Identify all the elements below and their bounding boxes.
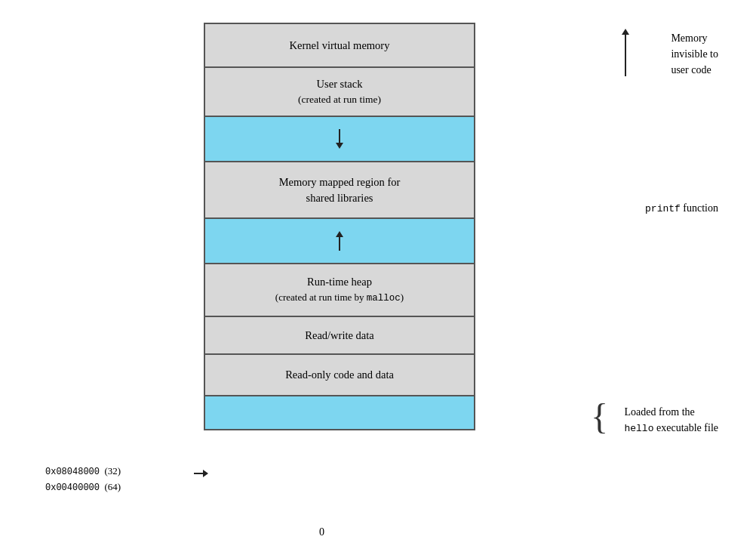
arrow-down-1 (336, 129, 343, 149)
arrow-head-down (336, 143, 343, 149)
annotation-loaded: Loaded from thehello executable file (624, 404, 718, 436)
segment-kernel-label: Kernel virtual memory (290, 38, 390, 53)
addr2-bits: (64) (105, 481, 121, 492)
arrow-head-up-top (622, 29, 629, 35)
arrow-line-2 (339, 237, 340, 251)
segment-heap-label: Run-time heap(created at run time by mal… (275, 274, 404, 306)
arrow-line (339, 129, 340, 143)
annotation-printf: printf function (645, 200, 718, 217)
address-labels: 0x08048000 (32) 0x00400000 (64) (45, 464, 121, 495)
memory-layout: Kernel virtual memory User stack(created… (204, 23, 475, 430)
segment-rwdata: Read/write data (204, 317, 475, 355)
loaded-label: Loaded from thehello executable file (624, 406, 718, 433)
addr-arrow-head (203, 470, 208, 477)
segment-rocode: Read-only code and data (204, 355, 475, 396)
addr1: 0x08048000 (45, 467, 100, 477)
addr-arrow (194, 470, 208, 477)
zero-text: 0 (319, 526, 324, 538)
addr2: 0x00400000 (45, 483, 100, 493)
addr2-line: 0x00400000 (64) (45, 480, 121, 495)
annotation-arrow-memory-invisible (622, 29, 629, 76)
segment-cyan3 (204, 396, 475, 430)
arrow-head-up-2 (336, 231, 343, 237)
segment-rocode-label: Read-only code and data (285, 367, 394, 382)
segment-userstack-label: User stack(created at run time) (298, 76, 381, 107)
segment-heap: Run-time heap(created at run time by mal… (204, 264, 475, 317)
printf-label: printf function (645, 202, 718, 214)
segment-userstack: User stack(created at run time) (204, 68, 475, 117)
arrow-up-2 (336, 231, 343, 251)
arrow-line-top (625, 35, 626, 76)
memory-invisible-label: Memoryinvisible touser code (671, 32, 718, 76)
addr-arrow-line (194, 473, 203, 474)
brace-loaded: { (591, 399, 608, 435)
annotation-memory-invisible-text: Memoryinvisible touser code (671, 30, 718, 78)
zero-label: 0 (319, 526, 324, 538)
addr1-bits: (32) (105, 465, 121, 476)
diagram-container: Kernel virtual memory User stack(created… (0, 0, 756, 552)
segment-mmap: Memory mapped region forshared libraries (204, 162, 475, 219)
segment-kernel: Kernel virtual memory (204, 23, 475, 68)
addr1-line: 0x08048000 (32) (45, 464, 121, 480)
segment-cyan2 (204, 219, 475, 264)
segment-cyan1 (204, 117, 475, 162)
segment-rwdata-label: Read/write data (305, 328, 373, 343)
segment-mmap-label: Memory mapped region forshared libraries (279, 174, 401, 205)
